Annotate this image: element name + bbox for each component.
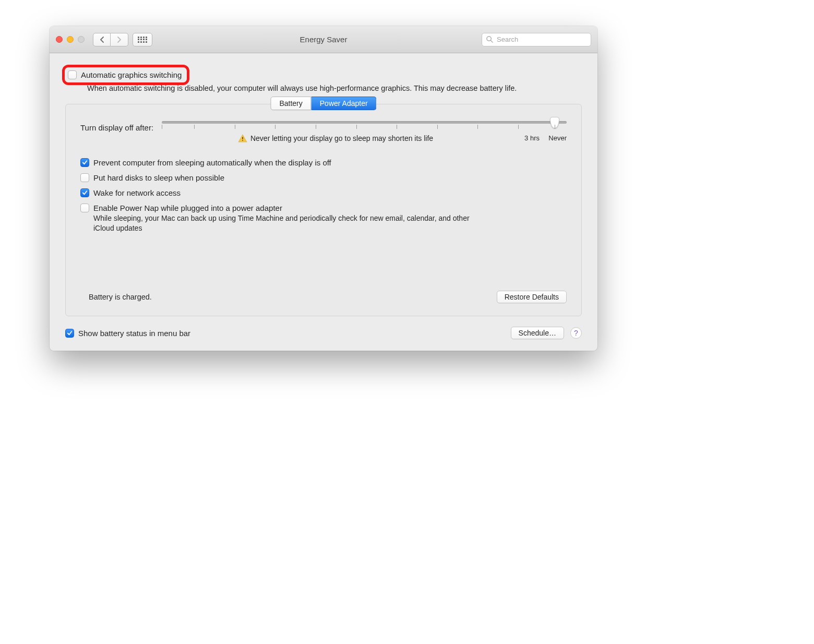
slider-ticks <box>162 125 567 130</box>
menubar-checkbox[interactable] <box>65 329 74 338</box>
toolbar: Energy Saver <box>50 26 597 53</box>
tab-battery[interactable]: Battery <box>270 97 311 110</box>
traffic-lights <box>56 36 85 43</box>
tab-power-adapter[interactable]: Power Adapter <box>312 97 377 110</box>
svg-rect-2 <box>242 137 243 139</box>
minimize-window-button[interactable] <box>67 36 74 43</box>
grid-icon <box>138 37 147 43</box>
bottom-row: Show battery status in menu bar Schedule… <box>65 327 582 339</box>
help-button[interactable]: ? <box>570 327 582 339</box>
svg-rect-3 <box>242 140 243 141</box>
auto-graphics-checkbox[interactable] <box>68 70 77 79</box>
menubar-label: Show battery status in menu bar <box>78 329 190 338</box>
svg-line-1 <box>490 40 493 42</box>
chevron-left-icon <box>100 37 104 43</box>
power-nap-description: While sleeping, your Mac can back up usi… <box>93 213 490 233</box>
schedule-button[interactable]: Schedule… <box>511 327 564 339</box>
restore-defaults-button[interactable]: Restore Defaults <box>497 291 567 303</box>
display-off-slider[interactable]: Never letting your display go to sleep m… <box>162 121 567 142</box>
hdd-sleep-checkbox[interactable] <box>80 173 89 182</box>
nav-buttons <box>93 33 128 46</box>
annotation-highlight: Automatic graphics switching <box>62 65 189 85</box>
prevent-sleep-label: Prevent computer from sleeping automatic… <box>93 158 331 167</box>
slider-track <box>162 121 567 124</box>
zoom-window-button <box>78 36 85 43</box>
content: Automatic graphics switching When automa… <box>50 53 597 351</box>
warning-icon <box>238 134 247 142</box>
slider-label-never: Never <box>548 134 567 142</box>
wake-network-checkbox[interactable] <box>80 188 89 197</box>
settings-panel: Battery Power Adapter Turn display off a… <box>65 104 582 316</box>
check-icon <box>67 330 73 336</box>
auto-graphics-description: When automatic switching is disabled, yo… <box>87 83 582 93</box>
wake-network-label: Wake for network access <box>93 188 181 197</box>
preferences-window: Energy Saver Automatic graphics switchin… <box>50 26 597 351</box>
check-icon <box>82 190 88 196</box>
prevent-sleep-checkbox[interactable] <box>80 158 89 167</box>
display-off-label: Turn display off after: <box>80 121 153 132</box>
slider-warning-text: Never letting your display go to sleep m… <box>250 134 433 142</box>
slider-warning-row: Never letting your display go to sleep m… <box>162 134 567 142</box>
power-nap-checkbox[interactable] <box>80 204 89 212</box>
forward-button[interactable] <box>111 33 128 46</box>
power-nap-label: Enable Power Nap while plugged into a po… <box>93 204 490 212</box>
search-icon <box>486 35 494 43</box>
display-off-row: Turn display off after: <box>80 121 567 142</box>
chevron-right-icon <box>117 37 122 43</box>
battery-status: Battery is charged. <box>89 293 152 301</box>
search-wrap <box>482 33 591 46</box>
slider-label-3hrs: 3 hrs <box>524 134 540 142</box>
check-icon <box>82 160 88 165</box>
panel-footer: Battery is charged. Restore Defaults <box>80 291 567 303</box>
hdd-sleep-label: Put hard disks to sleep when possible <box>93 173 224 182</box>
tab-segmented-control: Battery Power Adapter <box>270 97 376 110</box>
back-button[interactable] <box>93 33 111 46</box>
auto-graphics-label: Automatic graphics switching <box>81 70 182 79</box>
search-input[interactable] <box>482 33 591 46</box>
close-window-button[interactable] <box>56 36 63 43</box>
show-all-button[interactable] <box>133 33 152 46</box>
